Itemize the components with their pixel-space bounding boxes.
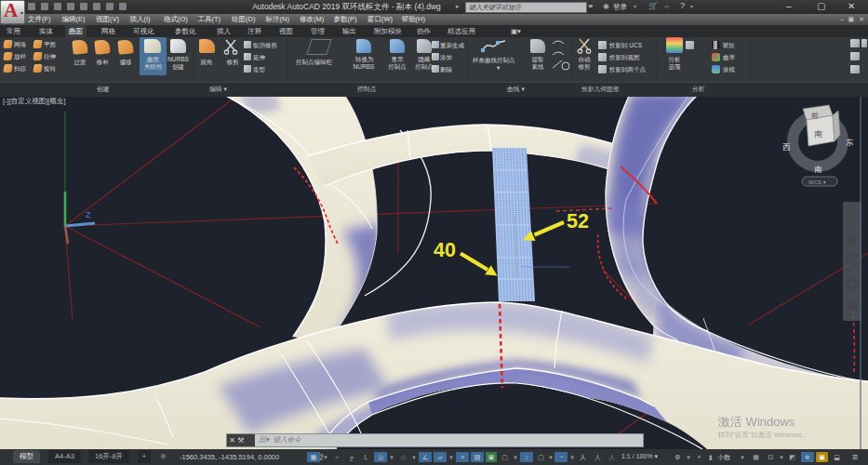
svg-text:西: 西 (782, 142, 791, 152)
svg-text:Z: Z (86, 210, 91, 219)
svg-text:前: 前 (811, 112, 819, 120)
svg-text:南: 南 (814, 129, 822, 139)
svg-text:40: 40 (434, 239, 456, 261)
svg-text:WCS ▾: WCS ▾ (808, 179, 826, 185)
svg-text:东: 东 (846, 138, 854, 147)
svg-text:[-][自定义视图][概念]: [-][自定义视图][概念] (3, 97, 66, 105)
svg-text:南: 南 (814, 165, 822, 174)
svg-text:激活 Windows: 激活 Windows (718, 415, 795, 429)
svg-text:52: 52 (567, 210, 589, 232)
svg-text:转到"设置"以激活 Windows。: 转到"设置"以激活 Windows。 (717, 431, 809, 439)
